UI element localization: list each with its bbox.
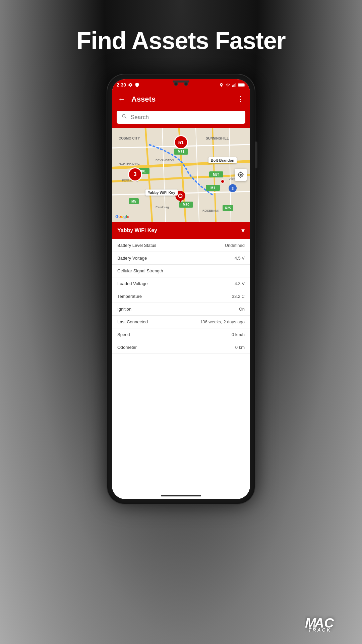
detail-value: 33.2 C [232,294,245,299]
detail-label: Ignition [117,307,131,312]
map-cluster-51[interactable]: 51 [174,135,188,149]
svg-text:3: 3 [232,186,234,191]
detail-row: Battery Voltage4.5 V [112,252,250,265]
chevron-down-icon: ▾ [241,226,245,234]
svg-text:ROSEBANK: ROSEBANK [202,209,219,212]
search-bar-container [112,108,250,128]
map-label-yabby: Yabby WiFi Key [145,190,178,196]
svg-text:M71: M71 [178,150,184,154]
status-icons-right [219,83,245,87]
svg-text:COSMO CITY: COSMO CITY [119,137,140,140]
detail-value: 0 km/h [232,332,245,337]
svg-text:BRYANSTON: BRYANSTON [156,159,174,162]
detail-label: Last Connected [117,319,148,324]
detail-row: Odometer0 km [112,341,250,354]
phone-screen: 2:30 [112,79,250,499]
home-indicator [161,495,201,496]
map-cluster-3[interactable]: 3 [128,167,142,181]
svg-text:SUNNINGHILL: SUNNINGHILL [206,137,229,140]
back-button[interactable]: ← [117,94,127,105]
detail-value: 0 km [235,345,245,350]
wifi-icon [225,83,230,87]
search-icon [121,113,127,121]
map-container[interactable]: M71 M81 M74 M1 M5 M30 R25 3 COSMO CIT [112,128,250,222]
detail-label: Speed [117,332,130,337]
status-time: 2:30 [117,82,126,88]
page-title: Find Assets Faster [76,27,286,54]
brand-logo: M A C TRACK [305,615,345,634]
detail-value: Undefined [225,243,245,248]
phone-notch [174,82,188,86]
detail-row: IgnitionOn [112,303,250,316]
svg-marker-47 [179,199,182,203]
detail-value: 136 weeks, 2 days ago [200,319,245,324]
detail-label: Battery Voltage [117,256,147,261]
app-bar: ← Assets ⋮ [112,91,250,108]
cluster-count-3: 3 [134,171,137,177]
status-bar-left: 2:30 [117,82,139,88]
svg-rect-5 [245,84,245,86]
detail-row: Last Connected136 weeks, 2 days ago [112,316,250,328]
google-logo: Google [115,214,129,219]
detail-row: Temperature33.2 C [112,290,250,303]
asset-details-list: Battery Level StatusUndefinedBattery Vol… [112,239,250,499]
svg-rect-2 [235,84,235,87]
battery-icon [238,83,245,87]
shield-icon [135,83,139,87]
asset-panel-header[interactable]: Yabby WiFi Key ▾ [112,222,250,239]
brand-name: M A C TRACK [305,623,345,634]
svg-rect-0 [232,85,233,87]
svg-text:M5: M5 [131,200,136,203]
location-button[interactable] [235,169,247,181]
asset-panel-title: Yabby WiFi Key [117,227,157,233]
svg-rect-6 [238,84,244,86]
search-input-wrapper[interactable] [117,111,245,124]
settings-icon [128,83,133,87]
more-options-button[interactable]: ⋮ [235,94,245,105]
detail-value: 4.5 V [235,256,245,261]
detail-value: On [239,307,245,312]
detail-label: Temperature [117,294,142,299]
detail-value: 4.3 V [235,281,245,286]
detail-label: Cellular Signal Strength [117,268,163,273]
detail-label: Battery Level Status [117,243,156,248]
svg-text:NORTHRIDING: NORTHRIDING [119,162,140,165]
detail-label: Loaded Voltage [117,281,147,286]
svg-rect-3 [236,83,236,87]
phone-frame: 2:30 [107,74,255,504]
svg-text:M74: M74 [213,173,220,176]
app-bar-title: Assets [131,95,232,104]
detail-row: Loaded Voltage4.3 V [112,277,250,290]
detail-row: Battery Level StatusUndefined [112,239,250,252]
detail-row: Cellular Signal Strength [112,265,250,277]
map-label-bolt-brandon: Bolt-Brandon [208,157,237,163]
svg-point-34 [221,180,224,183]
cluster-count-51: 51 [178,140,184,145]
svg-text:TRACK: TRACK [308,627,331,632]
detail-label: Odometer [117,345,137,350]
detail-row: Speed0 km/h [112,328,250,341]
search-input[interactable] [131,114,241,121]
location-icon [219,83,224,87]
svg-text:M1: M1 [210,186,215,190]
camera-front-right [184,82,188,86]
svg-text:R25: R25 [225,206,231,210]
svg-point-46 [179,195,182,197]
svg-rect-1 [233,85,234,87]
signal-icon [232,83,236,87]
camera-front-left [174,82,178,86]
svg-text:Randburg: Randburg [156,206,169,209]
